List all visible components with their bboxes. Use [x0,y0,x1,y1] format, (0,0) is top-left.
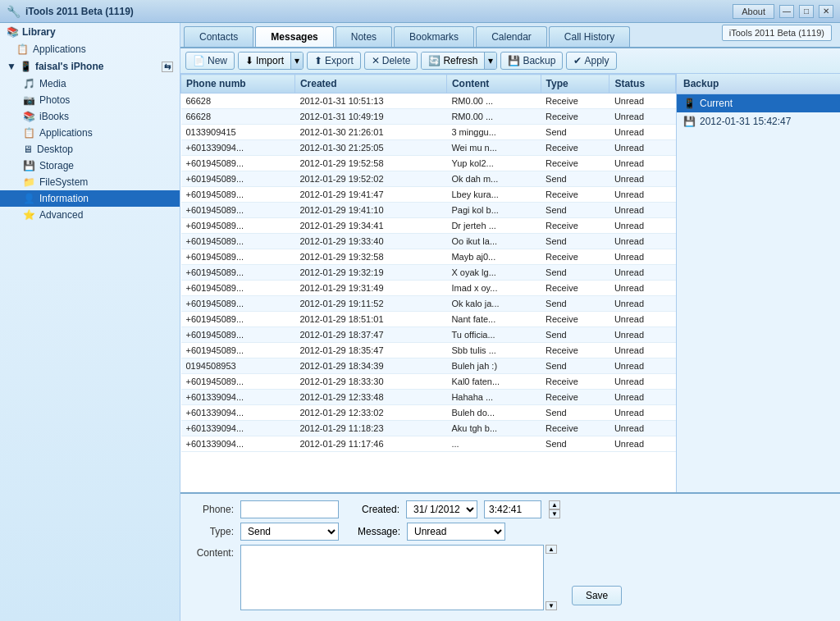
time-down-button[interactable]: ▼ [549,509,560,518]
table-row[interactable]: +601945089... 2012-01-29 19:34:41 Dr jer… [181,218,676,234]
cell-type: Send [541,203,609,218]
cell-status: Unread [609,281,676,296]
cell-status: Unread [609,140,676,156]
sidebar-item-photos[interactable]: 📷 Photos [0,92,180,108]
time-input[interactable] [484,500,541,518]
cell-phone: +601945089... [181,296,295,312]
new-button[interactable]: 📄 New [185,52,235,70]
tab-callhistory[interactable]: Call History [549,26,630,47]
cell-type: Receive [541,156,609,171]
cell-phone: +601945089... [181,249,295,265]
table-row[interactable]: +601945089... 2012-01-29 18:33:30 Kal0 f… [181,374,676,390]
export-button[interactable]: ⬆ Export [307,52,361,70]
table-row[interactable]: +601945089... 2012-01-29 19:52:58 Yup ko… [181,156,676,171]
content-scroll-down[interactable]: ▼ [546,601,557,610]
sidebar-item-storage[interactable]: 💾 Storage [0,158,180,174]
table-row[interactable]: +601339094... 2012-01-29 11:18:23 Aku tg… [181,421,676,436]
table-row[interactable]: 0194508953 2012-01-29 18:34:39 Buleh jah… [181,358,676,374]
cell-created: 2012-01-29 11:17:46 [294,436,446,452]
cell-phone: +601945089... [181,187,295,203]
tab-notes[interactable]: Notes [336,26,392,47]
table-row[interactable]: +601339094... 2012-01-29 12:33:48 Hahaha… [181,390,676,405]
cell-phone: +601945089... [181,327,295,343]
tab-calendar[interactable]: Calendar [476,26,547,47]
tooltip-badge: iTools 2011 Beta (1119) [722,25,832,41]
created-date-select[interactable]: 31/ 1/2012 [406,500,477,518]
tab-bookmarks[interactable]: Bookmarks [394,26,474,47]
table-row[interactable]: +601945089... 2012-01-29 19:32:19 X oyak… [181,265,676,281]
table-row[interactable]: +601339094... 2012-01-29 12:33:02 Buleh … [181,405,676,421]
sidebar-item-information[interactable]: 👤 Information [0,190,180,207]
save-button[interactable]: Save [572,586,622,605]
col-content: Content [446,75,541,94]
cell-created: 2012-01-29 12:33:48 [294,390,446,405]
table-row[interactable]: +601945089... 2012-01-29 18:51:01 Nant f… [181,312,676,327]
table-row[interactable]: +601945089... 2012-01-29 19:11:52 Ok kal… [181,296,676,312]
time-up-button[interactable]: ▲ [549,500,560,509]
phone-input[interactable] [240,500,339,518]
maximize-button[interactable]: □ [799,5,814,18]
table-row[interactable]: 66628 2012-01-31 10:51:13 RM0.00 ... Rec… [181,94,676,109]
refresh-main[interactable]: 🔄 Refresh [422,53,484,69]
table-row[interactable]: +601339094... 2012-01-30 21:25:05 Wei mu… [181,140,676,156]
cell-content: 3 minggu... [446,125,541,140]
cell-status: Unread [609,171,676,187]
close-button[interactable]: ✕ [819,5,833,18]
sidebar-item-ibooks[interactable]: 📚 iBooks [0,108,180,125]
about-button[interactable]: About [733,4,774,19]
refresh-dropdown-arrow[interactable]: ▾ [484,53,496,69]
cell-created: 2012-01-29 18:35:47 [294,343,446,358]
tab-messages[interactable]: Messages [255,26,333,47]
phone-row: Phone: Created: 31/ 1/2012 ▲ ▼ [189,500,832,518]
table-row[interactable]: +601945089... 2012-01-29 19:41:10 Pagi k… [181,203,676,218]
cell-created: 2012-01-29 18:51:01 [294,312,446,327]
table-row[interactable]: +601945089... 2012-01-29 18:35:47 Sbb tu… [181,343,676,358]
advanced-label: Advanced [39,209,83,221]
table-row[interactable]: +601945089... 2012-01-29 19:32:58 Mayb a… [181,249,676,265]
content-scroll-up[interactable]: ▲ [546,545,557,554]
cell-type: Send [541,327,609,343]
table-row[interactable]: +601945089... 2012-01-29 18:37:47 Tu off… [181,327,676,343]
type-row: Type: Send Receive Message: Unread Read [189,523,832,541]
cell-status: Unread [609,234,676,249]
delete-button[interactable]: ✕ Delete [364,52,418,70]
table-row[interactable]: 66628 2012-01-31 10:49:19 RM0.00 ... Rec… [181,109,676,125]
cell-content: ... [446,436,541,452]
cell-content: Oo ikut la... [446,234,541,249]
apply-button[interactable]: ✔ Apply [566,52,616,70]
tab-bar: Contacts Messages Notes Bookmarks Calend… [180,23,840,48]
message-label: Message: [358,526,400,537]
cell-content: Pagi kol b... [446,203,541,218]
refresh-button-group[interactable]: 🔄 Refresh ▾ [421,52,497,70]
minimize-button[interactable]: — [779,5,794,18]
table-row[interactable]: +601945089... 2012-01-29 19:33:40 Oo iku… [181,234,676,249]
tab-contacts[interactable]: Contacts [184,26,253,47]
backup-item-current[interactable]: 📱 Current [677,94,840,112]
photos-icon: 📷 [23,94,35,106]
filesystem-icon: 📁 [23,176,35,188]
table-row[interactable]: +601339094... 2012-01-29 11:17:46 ... Se… [181,436,676,452]
sidebar-item-advanced[interactable]: ⭐ Advanced [0,207,180,223]
iphone-header[interactable]: ▼ 📱 faisal's iPhone ⇆ [7,61,173,72]
cell-created: 2012-01-29 12:33:02 [294,405,446,421]
import-dropdown-arrow[interactable]: ▾ [290,53,303,69]
sidebar-item-applications-lib[interactable]: 📋 Applications [0,41,180,57]
sidebar-item-desktop[interactable]: 🖥 Desktop [0,141,180,158]
sidebar-item-applications[interactable]: 📋 Applications [0,125,180,141]
cell-created: 2012-01-29 18:34:39 [294,358,446,374]
table-row[interactable]: +601945089... 2012-01-29 19:31:49 Imad x… [181,281,676,296]
cell-phone: +601945089... [181,171,295,187]
table-row[interactable]: +601945089... 2012-01-29 19:52:02 Ok dah… [181,171,676,187]
type-select[interactable]: Send Receive [240,523,339,541]
table-row[interactable]: +601945089... 2012-01-29 19:41:47 Lbey k… [181,187,676,203]
sidebar-item-filesystem[interactable]: 📁 FileSystem [0,174,180,190]
sidebar-item-media[interactable]: 🎵 Media [0,75,180,92]
backup-item-date[interactable]: 💾 2012-01-31 15:42:47 [677,112,840,130]
table-row[interactable]: 0133909415 2012-01-30 21:26:01 3 minggu.… [181,125,676,140]
time-spinners: ▲ ▼ [549,500,560,518]
import-main[interactable]: ⬇ Import [239,53,290,69]
content-textarea[interactable] [240,545,544,610]
backup-button[interactable]: 💾 Backup [500,52,563,70]
message-select[interactable]: Unread Read [407,523,505,541]
import-button-group[interactable]: ⬇ Import ▾ [238,52,304,70]
